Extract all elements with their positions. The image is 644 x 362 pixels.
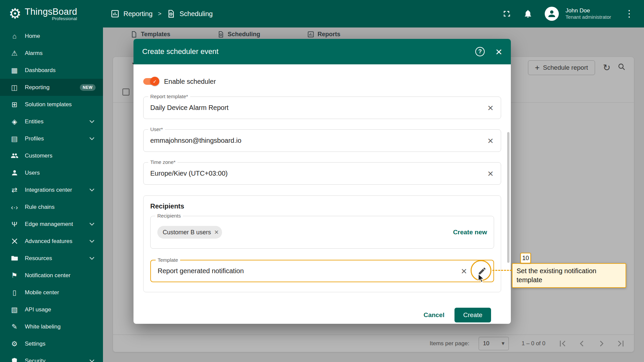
users-icon — [9, 169, 19, 177]
chevron-down-icon — [90, 221, 94, 226]
enable-scheduler-label: Enable scheduler — [164, 78, 216, 85]
notification-flag-icon: ⚑ — [9, 272, 19, 280]
thingsboard-logo-icon: ⚙ — [9, 7, 21, 21]
customers-icon — [9, 152, 19, 160]
screen: ⚙ ThingsBoard Professional Reporting > S… — [0, 0, 644, 362]
report-template-label: Report template* — [148, 94, 190, 99]
fullscreen-icon[interactable] — [502, 9, 511, 18]
new-badge: NEW — [80, 84, 96, 91]
sidebar-item-solution-templates[interactable]: ⊞ Solution templates — [0, 96, 103, 113]
timezone-label: Time zone* — [148, 159, 177, 165]
chevron-down-icon — [90, 118, 94, 123]
sidebar-item-users[interactable]: Users — [0, 164, 103, 181]
user-avatar[interactable] — [545, 7, 559, 21]
dialog-title: Create scheduler event — [142, 47, 218, 56]
create-button[interactable]: Create — [454, 308, 491, 322]
clear-icon[interactable]: × — [487, 103, 494, 113]
chevron-down-icon — [90, 135, 94, 140]
user-field[interactable]: User* emmajohnson@thingsboard.io × — [143, 129, 501, 152]
resources-folder-icon — [9, 254, 19, 262]
notification-template-field[interactable]: Template Report generated notification × — [150, 260, 494, 282]
template-value: Report generated notification — [158, 267, 460, 275]
timezone-value: Europe/Kiev (UTC+03:00) — [150, 170, 487, 177]
sidebar-item-alarms[interactable]: ⚠ Alarms — [0, 45, 103, 62]
app-header: ⚙ ThingsBoard Professional Reporting > S… — [0, 0, 644, 27]
settings-gear-icon: ⚙ — [9, 340, 19, 348]
user-name: John Doe — [566, 7, 611, 14]
sidebar-item-api-usage[interactable]: ▧ API usage — [0, 301, 103, 318]
rule-chains-icon: ‹·› — [9, 203, 19, 211]
recipients-section: Recipients Recipients Customer B users ×… — [143, 195, 501, 292]
dialog-body: ✓ Enable scheduler Report template* Dail… — [133, 76, 511, 322]
user-role: Tenant administrator — [566, 14, 611, 20]
breadcrumb-separator: > — [158, 10, 162, 17]
chevron-down-icon — [90, 187, 94, 191]
recipient-chip[interactable]: Customer B users × — [157, 226, 222, 239]
breadcrumb-scheduling: Scheduling — [179, 10, 213, 18]
sidebar-item-dashboards[interactable]: ▦ Dashboards — [0, 62, 103, 79]
report-template-field[interactable]: Report template* Daily Device Alarm Repo… — [143, 97, 501, 119]
sidebar-item-settings[interactable]: ⚙ Settings — [0, 335, 103, 352]
dashboards-icon: ▦ — [9, 66, 19, 74]
annotation-step-badge: 10 — [520, 253, 531, 263]
chevron-down-icon — [90, 238, 94, 243]
sidebar-item-integrations-center[interactable]: ⇄ Integrations center — [0, 181, 103, 198]
cancel-button[interactable]: Cancel — [424, 311, 444, 319]
user-value: emmajohnson@thingsboard.io — [150, 137, 487, 144]
create-scheduler-event-dialog: Create scheduler event ? × ✓ Enable sche… — [133, 39, 511, 324]
sidebar: ⌂ Home ⚠ Alarms ▦ Dashboards ◫ Reporting… — [0, 27, 103, 362]
reporting-icon — [111, 9, 119, 18]
home-icon: ⌂ — [9, 32, 19, 40]
annotation-connector-line — [492, 270, 512, 271]
recipients-field[interactable]: Recipients Customer B users × Create new — [150, 216, 494, 249]
integrations-icon: ⇄ — [9, 186, 19, 194]
toggle-check-icon: ✓ — [150, 77, 159, 86]
sidebar-item-entities[interactable]: ◈ Entities — [0, 113, 103, 130]
brand-name: ThingsBoard — [25, 7, 77, 17]
api-usage-icon: ▧ — [9, 306, 19, 314]
scheduling-icon — [167, 9, 175, 18]
close-icon[interactable]: × — [495, 46, 502, 57]
sidebar-item-reporting[interactable]: ◫ Reporting NEW — [0, 79, 103, 96]
cursor-pointer-icon — [478, 274, 486, 284]
create-new-link[interactable]: Create new — [453, 229, 487, 236]
recipients-section-title: Recipients — [150, 202, 494, 210]
enable-scheduler-toggle[interactable]: ✓ — [143, 78, 159, 85]
entities-icon: ◈ — [9, 118, 19, 126]
chevron-down-icon — [90, 255, 94, 260]
recipients-label: Recipients — [155, 213, 183, 219]
thingsboard-logo[interactable]: ⚙ ThingsBoard Professional — [9, 7, 77, 21]
breadcrumb-reporting[interactable]: Reporting — [123, 10, 153, 18]
mobile-phone-icon: ▯ — [9, 289, 19, 297]
sidebar-item-white-labeling[interactable]: ✎ White labeling — [0, 318, 103, 335]
advanced-features-icon — [9, 238, 19, 245]
sidebar-item-notification-center[interactable]: ⚑ Notification center — [0, 267, 103, 284]
chip-remove-icon[interactable]: × — [214, 229, 219, 236]
dialog-scrollbar[interactable] — [507, 132, 509, 263]
user-info: John Doe Tenant administrator — [566, 7, 611, 20]
sidebar-item-rule-chains[interactable]: ‹·› Rule chains — [0, 198, 103, 216]
sidebar-item-resources[interactable]: Resources — [0, 250, 103, 267]
clear-icon[interactable]: × — [487, 136, 494, 146]
help-icon[interactable]: ? — [475, 47, 485, 56]
sidebar-item-edge-management[interactable]: Ψ Edge management — [0, 216, 103, 233]
clear-icon[interactable]: × — [460, 266, 468, 276]
sidebar-item-customers[interactable]: Customers — [0, 147, 103, 164]
sidebar-item-security[interactable]: Security — [0, 352, 103, 362]
kebab-menu-icon[interactable]: ⋮ — [623, 9, 635, 18]
notifications-bell-icon[interactable] — [523, 9, 533, 18]
sidebar-item-mobile-center[interactable]: ▯ Mobile center — [0, 284, 103, 301]
chevron-down-icon — [90, 358, 94, 362]
sidebar-item-profiles[interactable]: ▤ Profiles — [0, 130, 103, 147]
sidebar-item-advanced-features[interactable]: Advanced features — [0, 233, 103, 250]
annotation-tooltip: Set the existing notification template — [512, 263, 626, 288]
solution-templates-icon: ⊞ — [9, 101, 19, 109]
sidebar-item-home[interactable]: ⌂ Home — [0, 27, 103, 45]
clear-icon[interactable]: × — [487, 169, 494, 179]
dialog-footer: Cancel Create — [143, 308, 501, 322]
brand-subtitle: Professional — [52, 16, 77, 21]
template-label: Template — [156, 257, 180, 263]
timezone-field[interactable]: Time zone* Europe/Kiev (UTC+03:00) × — [143, 162, 501, 185]
alarms-icon: ⚠ — [9, 49, 19, 57]
dialog-header: Create scheduler event ? × — [133, 39, 511, 64]
